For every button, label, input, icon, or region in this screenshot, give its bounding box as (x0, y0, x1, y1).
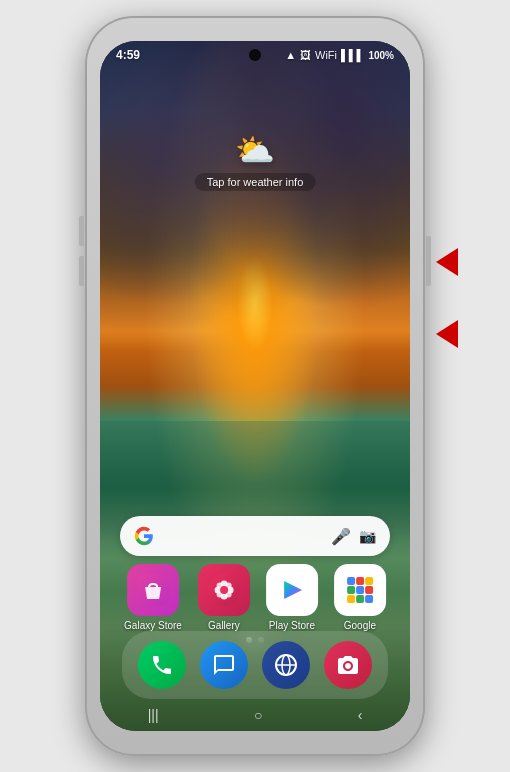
volume-up-button[interactable] (79, 216, 84, 246)
svg-rect-18 (356, 586, 364, 594)
lens-icon[interactable]: 📷 (359, 528, 376, 544)
voice-search-icon[interactable]: 🎤 (331, 527, 351, 546)
play-store-icon[interactable] (266, 564, 318, 616)
svg-rect-19 (365, 586, 373, 594)
status-icons: ▲ 🖼 WiFi ▌▌▌ 100% (285, 49, 394, 61)
svg-rect-15 (356, 577, 364, 585)
weather-widget[interactable]: ⛅ Tap for weather info (195, 131, 316, 191)
status-time: 4:59 (116, 48, 140, 62)
phone-icon (150, 653, 174, 677)
gallery-icon[interactable] (198, 564, 250, 616)
app-item-play-store[interactable]: Play Store (266, 564, 318, 631)
svg-rect-17 (347, 586, 355, 594)
wifi-icon: WiFi (315, 49, 337, 61)
google-svg (342, 572, 378, 608)
google-icon[interactable] (334, 564, 386, 616)
galaxy-store-label: Galaxy Store (124, 620, 182, 631)
gallery-label: Gallery (208, 620, 240, 631)
app-item-galaxy-store[interactable]: Galaxy Store (124, 564, 182, 631)
camera-cutout (249, 49, 261, 61)
dock-internet[interactable] (262, 641, 310, 689)
google-logo (134, 526, 154, 546)
internet-icon (274, 653, 298, 677)
svg-rect-21 (356, 595, 364, 603)
phone-device: 4:59 ▲ 🖼 WiFi ▌▌▌ 100% ⛅ Tap for weather… (85, 16, 425, 756)
volume-down-arrow (436, 320, 458, 348)
notification-icon: ▲ (285, 49, 296, 61)
gallery-svg (208, 574, 240, 606)
google-label: Google (344, 620, 376, 631)
svg-rect-22 (365, 595, 373, 603)
volume-up-arrow (436, 248, 458, 276)
svg-point-10 (220, 586, 228, 594)
signal-icon: ▌▌▌ (341, 49, 364, 61)
dock-phone[interactable] (138, 641, 186, 689)
svg-rect-16 (365, 577, 373, 585)
image-icon: 🖼 (300, 49, 311, 61)
svg-rect-14 (347, 577, 355, 585)
recent-apps-button[interactable]: ||| (148, 707, 159, 723)
app-row: Galaxy Store (124, 564, 386, 631)
cloud-overlay (100, 41, 410, 421)
app-item-google[interactable]: Google (334, 564, 386, 631)
play-store-svg (276, 574, 308, 606)
power-button[interactable] (426, 236, 431, 286)
weather-icon: ⛅ (235, 131, 275, 169)
search-bar[interactable]: 🎤 📷 (120, 516, 390, 556)
camera-icon (336, 653, 360, 677)
dock-messages[interactable] (200, 641, 248, 689)
dock (122, 631, 388, 699)
svg-rect-20 (347, 595, 355, 603)
galaxy-store-svg (137, 574, 169, 606)
play-store-label: Play Store (269, 620, 315, 631)
dock-camera[interactable] (324, 641, 372, 689)
messages-icon (212, 653, 236, 677)
battery-level: 100% (368, 50, 394, 61)
app-item-gallery[interactable]: Gallery (198, 564, 250, 631)
back-button[interactable]: ‹ (358, 707, 363, 723)
volume-down-button[interactable] (79, 256, 84, 286)
nav-bar: ||| ○ ‹ (100, 703, 410, 731)
phone-screen: 4:59 ▲ 🖼 WiFi ▌▌▌ 100% ⛅ Tap for weather… (100, 41, 410, 731)
galaxy-store-icon[interactable] (127, 564, 179, 616)
weather-tap-label: Tap for weather info (195, 173, 316, 191)
home-button[interactable]: ○ (254, 707, 262, 723)
